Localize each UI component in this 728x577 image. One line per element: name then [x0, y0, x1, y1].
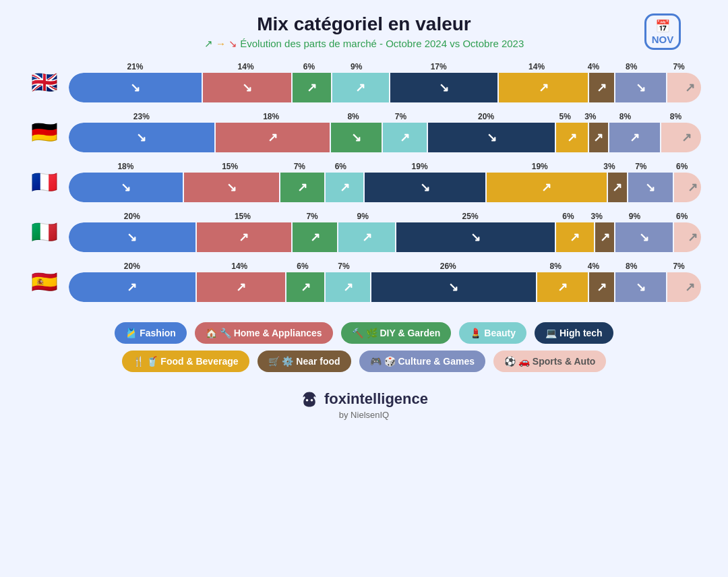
seg-es-7: ↘ — [615, 272, 666, 302]
seg-de-0: ↘ — [69, 123, 214, 152]
charts-container: 🇬🇧21%14%6%9%17%14%4%8%7%↘↘↗↗↘↗↗↘↗🇩🇪23%18… — [27, 62, 701, 311]
seg-es-6: ↗ — [589, 272, 615, 302]
flag-fr: 🇫🇷 — [27, 170, 62, 194]
legend-item-diy-&-garden: 🔨 🌿 DIY & Garden — [341, 322, 452, 344]
footer-brand: foxintelligence by NielsenIQ — [300, 390, 428, 420]
seg-de-5: ↗ — [556, 123, 588, 152]
pct-label-es-5: 8% — [530, 262, 581, 271]
pct-label-fr-2: 7% — [278, 162, 322, 171]
country-uk: 🇬🇧21%14%6%9%17%14%4%8%7%↘↘↗↗↘↗↗↘↗ — [27, 62, 701, 102]
seg-fr-7: ↘ — [628, 173, 673, 202]
pct-label-it-7: 9% — [606, 212, 663, 221]
fox-icon — [300, 390, 319, 408]
pct-label-uk-7: 8% — [606, 62, 657, 71]
pct-label-uk-3: 9% — [328, 62, 385, 71]
seg-uk-5: ↗ — [499, 73, 587, 102]
country-it: 🇮🇹20%15%7%9%25%6%3%9%6%↘↗↗↗↘↗↗↘↗ — [27, 212, 701, 252]
pct-label-de-0: 23% — [69, 112, 214, 121]
pct-row-es: 20%14%6%7%26%8%4%8%7% — [69, 262, 701, 271]
pct-label-es-1: 14% — [195, 262, 284, 271]
pct-label-uk-5: 14% — [492, 62, 580, 71]
country-de: 🇩🇪23%18%8%7%20%5%3%8%8%↘↗↘↗↘↗↗↗↗ — [27, 112, 701, 152]
pct-label-de-1: 18% — [214, 112, 328, 121]
pct-label-es-6: 4% — [581, 262, 607, 271]
pct-row-de: 23%18%8%7%20%5%3%8%8% — [69, 112, 701, 121]
flag-de: 🇩🇪 — [27, 120, 62, 144]
flag-uk: 🇬🇧 — [27, 70, 62, 94]
pct-label-fr-4: 19% — [359, 162, 479, 171]
pct-label-uk-2: 6% — [290, 62, 328, 71]
nov-badge: 📅 NOV — [644, 13, 681, 50]
segs-row-es: ↗↗↗↗↘↗↗↘↗ — [69, 272, 701, 302]
seg-de-4: ↘ — [428, 123, 555, 152]
pct-label-it-4: 25% — [391, 212, 549, 221]
pct-label-es-4: 26% — [366, 262, 530, 271]
seg-it-2: ↗ — [293, 222, 337, 252]
pct-label-fr-0: 18% — [69, 162, 183, 171]
pct-label-es-3: 7% — [322, 262, 366, 271]
main-title: Mix catégoriel en valeur — [257, 13, 471, 35]
seg-it-6: ↗ — [595, 222, 614, 252]
bar-row-de: 🇩🇪23%18%8%7%20%5%3%8%8%↘↗↘↗↘↗↗↗↗ — [27, 112, 701, 152]
pct-label-fr-3: 6% — [322, 162, 359, 171]
seg-it-4: ↘ — [396, 222, 555, 252]
brand-sub: by NielsenIQ — [339, 410, 389, 420]
seg-fr-8: ↗ — [674, 173, 701, 202]
seg-fr-6: ↗ — [608, 173, 627, 202]
pct-label-it-8: 6% — [663, 212, 701, 221]
pct-label-de-7: 8% — [600, 112, 650, 121]
calendar-icon: 📅 — [655, 19, 670, 34]
bar-container-fr: 18%15%7%6%19%19%3%7%6%↘↘↗↗↘↗↗↘↗ — [69, 162, 701, 202]
pct-label-de-6: 3% — [581, 112, 600, 121]
subtitle: ↗ → ↘ Évolution des parts de marché - Oc… — [204, 38, 524, 50]
legend-item-fashion: 🎽 Fashion — [115, 322, 187, 344]
seg-it-1: ↗ — [197, 222, 292, 252]
pct-label-de-2: 8% — [328, 112, 379, 121]
pct-label-de-3: 7% — [379, 112, 423, 121]
seg-uk-1: ↘ — [203, 73, 291, 102]
svg-point-1 — [311, 399, 313, 402]
seg-fr-1: ↘ — [184, 173, 279, 202]
seg-es-1: ↗ — [197, 272, 285, 302]
seg-uk-3: ↗ — [332, 73, 389, 102]
legend-item-culture-&-games: 🎮 🎲 Culture & Games — [359, 351, 485, 372]
pct-label-it-6: 3% — [587, 212, 606, 221]
pct-label-uk-6: 4% — [581, 62, 607, 71]
legend-row-2: 🍴 🥤 Food & Beverage🛒 ⚙️ Near food🎮 🎲 Cul… — [122, 351, 607, 372]
seg-es-4: ↘ — [371, 272, 536, 302]
seg-fr-4: ↘ — [365, 173, 485, 202]
seg-de-3: ↗ — [383, 123, 427, 152]
legend-item-home-&-appliances: 🏠 🔧 Home & Appliances — [195, 322, 333, 344]
seg-es-3: ↗ — [326, 272, 370, 302]
bar-container-uk: 21%14%6%9%17%14%4%8%7%↘↘↗↗↘↗↗↘↗ — [69, 62, 701, 102]
seg-fr-2: ↗ — [280, 173, 325, 202]
legend-item-beauty: 💄 Beauty — [459, 322, 526, 344]
pct-label-es-8: 7% — [657, 262, 701, 271]
pct-row-fr: 18%15%7%6%19%19%3%7%6% — [69, 162, 701, 171]
bar-row-uk: 🇬🇧21%14%6%9%17%14%4%8%7%↘↘↗↗↘↗↗↘↗ — [27, 62, 701, 102]
bar-row-es: 🇪🇸20%14%6%7%26%8%4%8%7%↗↗↗↗↘↗↗↘↗ — [27, 262, 701, 302]
seg-fr-3: ↗ — [326, 173, 363, 202]
pct-label-fr-8: 6% — [663, 162, 701, 171]
country-es: 🇪🇸20%14%6%7%26%8%4%8%7%↗↗↗↗↘↗↗↘↗ — [27, 262, 701, 302]
seg-de-1: ↗ — [216, 123, 330, 152]
segs-row-fr: ↘↘↗↗↘↗↗↘↗ — [69, 173, 701, 202]
seg-es-0: ↗ — [69, 272, 195, 302]
seg-it-3: ↗ — [338, 222, 395, 252]
seg-de-6: ↗ — [589, 123, 608, 152]
seg-uk-7: ↘ — [615, 73, 666, 102]
seg-uk-6: ↗ — [589, 73, 615, 102]
seg-uk-2: ↗ — [293, 73, 330, 102]
pct-label-uk-1: 14% — [202, 62, 290, 71]
seg-it-5: ↗ — [556, 222, 594, 252]
bar-row-fr: 🇫🇷18%15%7%6%19%19%3%7%6%↘↘↗↗↘↗↗↘↗ — [27, 162, 701, 202]
bar-container-de: 23%18%8%7%20%5%3%8%8%↘↗↘↗↘↗↗↗↗ — [69, 112, 701, 152]
pct-label-fr-5: 19% — [480, 162, 600, 171]
flag-es: 🇪🇸 — [27, 270, 62, 294]
pct-label-fr-7: 7% — [619, 162, 663, 171]
seg-de-7: ↗ — [609, 123, 660, 152]
pct-label-it-5: 6% — [549, 212, 587, 221]
seg-es-2: ↗ — [286, 272, 324, 302]
bar-container-es: 20%14%6%7%26%8%4%8%7%↗↗↗↗↘↗↗↘↗ — [69, 262, 701, 302]
bar-row-it: 🇮🇹20%15%7%9%25%6%3%9%6%↘↗↗↗↘↗↗↘↗ — [27, 212, 701, 252]
